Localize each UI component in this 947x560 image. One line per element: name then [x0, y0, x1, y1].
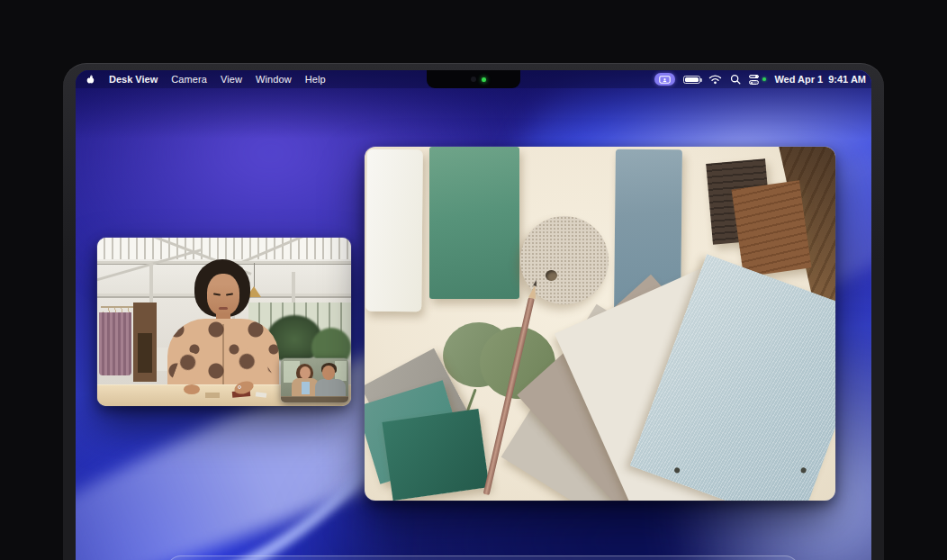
pip-woman-shirt: [302, 382, 310, 394]
menu-bar-clock[interactable]: Wed Apr 1 9:41 AM: [774, 74, 866, 85]
search-icon[interactable]: [730, 74, 741, 85]
presenter-hand: [184, 384, 200, 394]
green-tile-sample: [429, 147, 519, 299]
control-center-icon[interactable]: [749, 75, 759, 85]
screen-sharing-icon[interactable]: [654, 73, 675, 86]
camera-indicator-dot: [762, 77, 766, 81]
studio-skylight: [97, 238, 351, 261]
pip-man-face: [322, 366, 335, 380]
menu-camera[interactable]: Camera: [171, 74, 207, 85]
date-label: Wed Apr 1: [774, 74, 823, 85]
pendant-lamp-cord: [254, 263, 255, 287]
felt-disc-hole: [546, 270, 557, 281]
pip-participants-thumbnail[interactable]: [281, 358, 348, 402]
battery-icon[interactable]: [683, 76, 700, 84]
screen: Desk View Camera View Window Help: [76, 70, 871, 560]
display-notch: [427, 70, 520, 88]
menu-view[interactable]: View: [221, 74, 242, 85]
blouse-placket: [222, 324, 224, 387]
menu-window[interactable]: Window: [256, 74, 292, 85]
apple-menu-icon[interactable]: [85, 73, 95, 86]
swatch-grommet: [673, 467, 681, 474]
swatch-grommet: [800, 467, 807, 474]
app-menu-desk-view[interactable]: Desk View: [109, 74, 158, 85]
pencil-tip: [528, 284, 538, 298]
desk-swatch: [205, 393, 220, 398]
presenter-mouth: [219, 307, 228, 310]
pip-table-edge: [281, 396, 348, 402]
macbook-bezel: Desk View Camera View Window Help: [63, 63, 884, 560]
pip-window-pane: [335, 361, 347, 381]
time-label: 9:41 AM: [828, 74, 866, 85]
wood-cabinet: [133, 303, 157, 382]
menu-help[interactable]: Help: [305, 74, 326, 85]
control-center-toggle-bottom: [749, 80, 759, 85]
pip-woman-face: [300, 366, 311, 379]
presenter-ring: [238, 385, 241, 389]
dark-green-tile-sample: [382, 409, 489, 501]
menu-bar-left: Desk View Camera View Window Help: [76, 73, 326, 86]
desk-view-window[interactable]: [365, 147, 835, 501]
facetime-camera-lens: [471, 77, 476, 82]
menu-bar-status: Wed Apr 1 9:41 AM: [654, 73, 871, 86]
camera-active-light: [482, 77, 486, 82]
fabric-swatch-fan: [576, 262, 835, 501]
control-center-group: [749, 75, 766, 85]
hanging-garments: [99, 312, 131, 375]
dock[interactable]: [167, 555, 799, 560]
facetime-window[interactable]: [97, 238, 351, 406]
white-tile-sample: [365, 149, 423, 312]
control-center-toggle-top: [749, 75, 759, 79]
wifi-icon[interactable]: [708, 74, 722, 85]
